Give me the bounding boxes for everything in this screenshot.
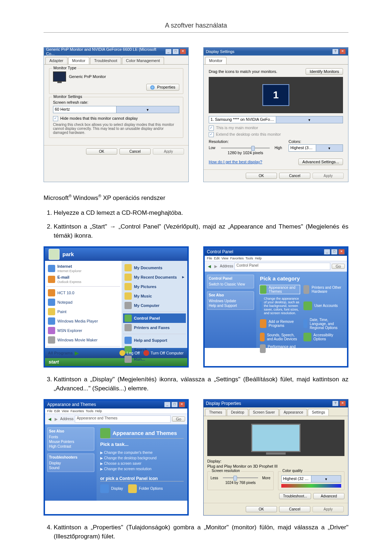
properties-button[interactable]: Properties [146,84,179,91]
cat-appearance[interactable]: Appearance and Themes [260,285,300,294]
close-button[interactable]: ✕ [179,402,185,407]
main-monitor-checkbox[interactable]: ✓This is my main monitor [209,126,343,131]
back-button[interactable]: ◄ [47,416,52,422]
monitor-1[interactable]: 1 [262,84,289,106]
start-item-paint[interactable]: Paint [46,307,120,316]
my-recent-documents[interactable]: My Recent Documents▸ [123,272,186,282]
best-display-link[interactable]: How do I get the best display? [209,160,262,164]
task-theme[interactable]: ▶ Change the computer's theme [100,450,184,455]
close-button[interactable]: ✕ [339,49,346,54]
monitor-arrangement[interactable]: 1 [209,77,343,113]
help-button[interactable]: ? [332,49,339,54]
windows-update-link[interactable]: Windows Update [209,299,252,303]
menubar[interactable]: File Edit View Favorites Tools Help [45,409,187,414]
minimize-button[interactable]: _ [165,49,172,54]
close-button[interactable]: ✕ [180,49,186,54]
task-resolution[interactable]: ▶ Change the screen resolution [100,466,184,472]
tab-themes[interactable]: Themes [205,409,226,416]
help-button[interactable]: ? [332,401,339,406]
control-panel-item[interactable]: Control Panel [123,313,186,323]
start-item-msn[interactable]: MSN Explorer [46,326,120,335]
mouse-pointers-link[interactable]: Mouse Pointers [49,439,93,444]
forward-button[interactable]: ► [213,263,219,269]
folder-options-link[interactable]: Folder Options [128,484,163,493]
address-field[interactable]: Appearance and Themes [75,415,171,423]
address-field[interactable]: Control Panel [234,263,330,270]
minimize-button[interactable]: _ [324,249,330,255]
tab-troubleshoot[interactable]: Troubleshoot [90,57,121,64]
high-contrast-link[interactable]: High Contrast [49,444,93,449]
ok-button[interactable]: OK [86,148,117,155]
task-background[interactable]: ▶ Change the desktop background [100,455,184,461]
tab-screensaver[interactable]: Screen Saver [249,409,279,416]
forward-button[interactable]: ► [54,416,59,422]
resolution-slider[interactable]: Low High [209,146,282,150]
troubleshoot-button[interactable]: Troubleshoot... [279,493,311,499]
identify-monitors-button[interactable]: Identify Monitors [306,68,343,75]
cat-sounds[interactable]: Sounds, Speech, and Audio Devices [260,333,300,341]
task-screensaver[interactable]: ▶ Choose a screen saver [100,461,184,466]
resolution-slider[interactable]: Less More [211,476,270,480]
maximize-button[interactable]: □ [172,49,179,54]
tab-adapter[interactable]: Adapter [45,57,68,64]
go-button[interactable]: Go [172,416,185,422]
all-programs[interactable]: All Programs ▶ [46,348,120,358]
start-item-internet[interactable]: InternetInternet Explorer [46,263,120,274]
my-documents[interactable]: My Documents [123,263,186,272]
back-button[interactable]: ◄ [207,263,212,269]
display-icon-link[interactable]: Display [100,484,123,493]
refresh-rate-select[interactable]: 60 Hertz ▼ [53,106,179,113]
log-off-button[interactable]: Log Off [119,350,140,356]
help-support[interactable]: Help and Support [123,336,186,345]
cat-users[interactable]: User Accounts [303,297,343,315]
ok-button[interactable]: OK [246,506,277,512]
cancel-button[interactable]: Cancel [279,506,310,512]
start-item-email[interactable]: E-mailOutlook Express [46,274,120,285]
cat-network[interactable]: Change the appearance of your desktop, s… [260,297,300,315]
cat-accessibility[interactable]: Accessibility Options [303,333,343,341]
my-computer[interactable]: My Computer [123,301,186,310]
go-button[interactable]: Go [332,264,345,269]
colors-select[interactable]: Highest (32 bit) ▼ [289,144,343,152]
my-music[interactable]: My Music [123,291,186,301]
cat-addremove[interactable]: Add or Remove Programs [260,318,300,330]
start-item-hct[interactable]: HCT 10.0 [46,288,120,297]
start-item-wmm[interactable]: Windows Movie Maker [46,335,120,345]
menubar[interactable]: File Edit View Favorites Tools Help [205,256,347,261]
tab-desktop[interactable]: Desktop [227,409,248,416]
switch-classic-link[interactable]: Switch to Classic View [209,282,252,287]
close-button[interactable]: ✕ [339,401,346,406]
advanced-button[interactable]: Advanced [313,493,344,499]
tab-monitor[interactable]: Monitor [68,57,90,64]
advanced-settings-button[interactable]: Advanced Settings... [298,159,343,165]
cancel-button[interactable]: Cancel [279,173,310,179]
turn-off-button[interactable]: Turn Off Computer [143,350,184,356]
extend-desktop-checkbox[interactable]: ✓Extend the desktop onto this monitor [209,132,343,137]
color-quality-select[interactable]: Highest (32 bit) ▼ [281,475,341,483]
my-pictures[interactable]: My Pictures [123,282,186,291]
fonts-link[interactable]: Fonts [49,435,93,439]
minimize-button[interactable]: _ [164,402,171,407]
start-item-wmp[interactable]: Windows Media Player [46,316,120,326]
cat-printers[interactable]: Printers and Other Hardware [303,285,343,294]
ts-display-link[interactable]: Display [49,461,93,465]
tab-monitor[interactable]: Monitor [205,57,226,64]
apply-button[interactable]: Apply [313,506,344,512]
cat-performance[interactable]: Performance and Maintenance [260,344,300,353]
tab-appearance[interactable]: Appearance [279,409,307,416]
help-support-link[interactable]: Help and Support [209,303,252,308]
apply-button[interactable]: Apply [153,148,184,155]
tab-settings[interactable]: Settings [308,409,329,416]
maximize-button[interactable]: □ [171,402,178,407]
tab-color-management[interactable]: Color Management [122,57,164,64]
cat-datetime[interactable]: Date, Time, Language, and Regional Optio… [303,318,343,330]
maximize-button[interactable]: □ [331,249,338,255]
monitor-select[interactable]: 1. Samsung **** on NVIDIA GeForce 6600 L… [209,116,343,123]
cancel-button[interactable]: Cancel [119,148,151,155]
hide-modes-checkbox[interactable]: ✓ Hide modes that this monitor cannot di… [53,116,179,121]
close-button[interactable]: ✕ [338,249,345,255]
apply-button[interactable]: Apply [313,173,344,179]
start-item-notepad[interactable]: Notepad [46,297,120,307]
ok-button[interactable]: OK [246,173,277,179]
printers-faxes[interactable]: Printers and Faxes [123,323,186,332]
